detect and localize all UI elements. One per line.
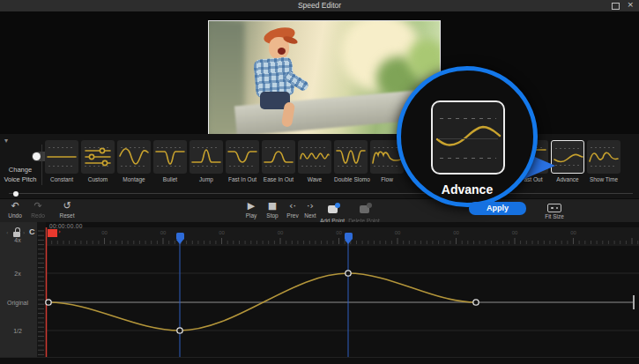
svg-text:00: 00 bbox=[160, 230, 167, 235]
preset-thumbnail[interactable] bbox=[153, 140, 187, 174]
preset-ease-in-out[interactable]: Ease In Out bbox=[262, 140, 295, 182]
redo-icon: ↷ bbox=[26, 201, 49, 212]
preset-thumbnail[interactable] bbox=[189, 140, 223, 174]
svg-text:00: 00 bbox=[101, 230, 108, 235]
preset-scrollbar-handle[interactable] bbox=[13, 191, 19, 197]
magnified-preset-thumbnail bbox=[431, 100, 505, 175]
scale-ticks bbox=[37, 227, 46, 357]
preset-label: Custom bbox=[81, 176, 115, 182]
svg-text:00: 00 bbox=[395, 230, 401, 235]
magnified-preset-label: Advance bbox=[401, 182, 533, 197]
play-button[interactable]: ▶Play bbox=[240, 201, 263, 219]
reset-button[interactable]: ↺Reset bbox=[55, 201, 79, 219]
svg-text:00: 00 bbox=[219, 230, 225, 235]
preset-thumbnail[interactable] bbox=[226, 140, 259, 174]
playhead-grip[interactable] bbox=[48, 229, 57, 237]
preset-label: Jump bbox=[189, 176, 223, 182]
preset-thumbnail[interactable] bbox=[262, 140, 295, 174]
stop-button[interactable]: ■Stop bbox=[261, 201, 284, 219]
timeline: ‹ › C 00:00:00.00 000000000000000000 › 4… bbox=[0, 222, 639, 357]
preset-label: Wave bbox=[298, 176, 331, 182]
chevron-left-icon: ‹ bbox=[6, 229, 8, 235]
magnified-curve bbox=[433, 102, 503, 173]
stop-icon: ■ bbox=[261, 201, 284, 212]
svg-text:00: 00 bbox=[570, 230, 576, 235]
reset-icon: ↺ bbox=[55, 201, 79, 212]
maximize-icon[interactable] bbox=[612, 3, 620, 10]
preset-wave[interactable]: Wave bbox=[298, 140, 331, 182]
preset-label: Constant bbox=[45, 176, 78, 182]
preset-label: Flow bbox=[370, 176, 404, 182]
chevron-right-icon: › bbox=[23, 229, 25, 235]
delete-point-button[interactable]: Delete Point bbox=[347, 201, 381, 224]
preset-scrollbar[interactable] bbox=[9, 193, 633, 194]
preset-label: Bullet bbox=[153, 176, 187, 182]
preset-montage[interactable]: Montage bbox=[117, 140, 151, 182]
ruler-ticks: 000000000000000000 bbox=[46, 227, 639, 244]
preset-jump[interactable]: Jump bbox=[189, 140, 223, 182]
add-point-button[interactable]: Add Point bbox=[317, 201, 347, 224]
undo-icon: ↶ bbox=[4, 201, 26, 212]
preset-thumbnail[interactable] bbox=[298, 140, 331, 174]
magnifier-circle: Advance bbox=[397, 66, 538, 207]
svg-text:00: 00 bbox=[278, 230, 284, 235]
preset-bullet[interactable]: Bullet bbox=[153, 140, 187, 182]
preview-stage bbox=[0, 12, 639, 134]
apply-button[interactable]: Apply bbox=[469, 202, 526, 215]
preset-double-slomo[interactable]: Double Slomo bbox=[334, 140, 368, 182]
keyframe-marker-pin[interactable] bbox=[345, 233, 353, 240]
fit-size-button[interactable]: Fit Size bbox=[545, 202, 564, 219]
close-icon[interactable]: × bbox=[627, 0, 634, 9]
preset-label: Show Time bbox=[587, 176, 620, 182]
dashed-guide bbox=[440, 158, 496, 159]
preset-fast-in-out[interactable]: Fast In Out bbox=[226, 140, 259, 182]
svg-text:00: 00 bbox=[453, 230, 459, 235]
preset-thumbnail[interactable] bbox=[117, 140, 151, 174]
child-mouth bbox=[278, 48, 286, 55]
preset-thumbnail[interactable] bbox=[81, 140, 115, 174]
center-guide bbox=[438, 138, 498, 139]
redo-button[interactable]: ↷Redo bbox=[26, 201, 49, 219]
svg-text:00: 00 bbox=[336, 230, 342, 235]
speed-graph[interactable] bbox=[0, 244, 639, 357]
playhead-arrow-icon: › bbox=[58, 228, 61, 235]
fit-size-icon bbox=[547, 204, 561, 212]
preset-constant[interactable]: Constant bbox=[45, 140, 78, 182]
undo-button[interactable]: ↶Undo bbox=[4, 201, 26, 219]
title-bar: Speed Editor × bbox=[0, 0, 639, 12]
svg-text:00: 00 bbox=[512, 230, 518, 235]
scale-label-4x: 4x bbox=[0, 237, 35, 243]
preset-show-time[interactable]: Show Time bbox=[587, 140, 620, 182]
play-icon: ▶ bbox=[240, 201, 263, 212]
dashed-guide bbox=[440, 118, 496, 119]
preset-label: Double Slomo bbox=[334, 176, 368, 182]
preset-custom[interactable]: Custom bbox=[81, 140, 115, 182]
curve-tool-icon[interactable]: C bbox=[29, 227, 35, 236]
delete-point-icon bbox=[360, 205, 369, 213]
window-title: Speed Editor bbox=[0, 1, 639, 10]
preset-thumbnail[interactable] bbox=[334, 140, 368, 174]
add-point-icon bbox=[328, 205, 338, 213]
preset-label: Ease In Out bbox=[262, 176, 295, 182]
preset-thumbnail[interactable] bbox=[587, 140, 620, 174]
preset-thumbnail[interactable] bbox=[45, 140, 78, 174]
preset-label: Fast In Out bbox=[226, 176, 259, 182]
toolbar: ↶Undo ↷Redo ↺Reset ▶Play ■Stop ‹·Prev ·›… bbox=[0, 198, 639, 223]
keyframe-marker-pin[interactable] bbox=[176, 233, 184, 240]
timeline-bottom-bar bbox=[0, 357, 639, 364]
preset-label: Montage bbox=[117, 176, 151, 182]
